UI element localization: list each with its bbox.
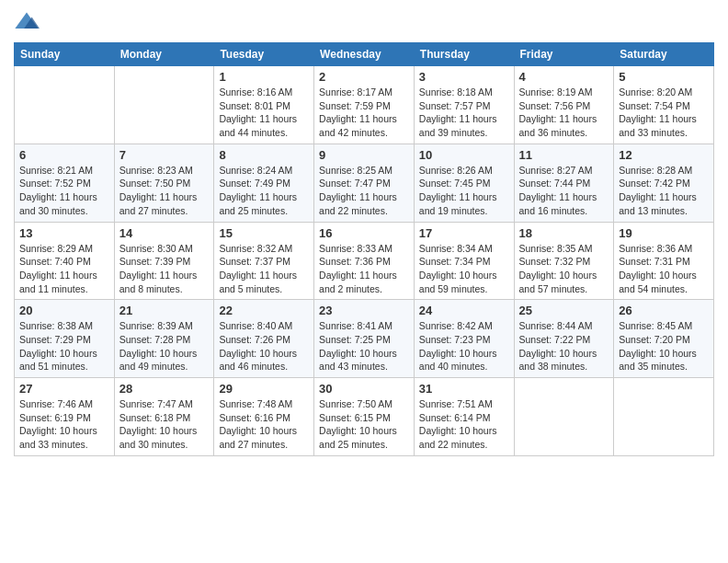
day-header-tuesday: Tuesday [214, 43, 314, 66]
page-header [14, 9, 714, 35]
calendar-cell [514, 378, 614, 456]
day-info: Sunrise: 8:32 AM Sunset: 7:37 PM Dayligh… [219, 242, 309, 296]
day-info: Sunrise: 8:40 AM Sunset: 7:26 PM Dayligh… [219, 319, 309, 373]
calendar-week-3: 13Sunrise: 8:29 AM Sunset: 7:40 PM Dayli… [15, 222, 714, 300]
logo-icon [14, 9, 40, 35]
day-number: 2 [319, 70, 409, 84]
calendar-cell: 2Sunrise: 8:17 AM Sunset: 7:59 PM Daylig… [314, 66, 415, 144]
calendar-cell: 15Sunrise: 8:32 AM Sunset: 7:37 PM Dayli… [214, 222, 314, 300]
calendar-cell: 21Sunrise: 8:39 AM Sunset: 7:28 PM Dayli… [114, 300, 214, 378]
calendar-cell: 24Sunrise: 8:42 AM Sunset: 7:23 PM Dayli… [414, 300, 514, 378]
day-info: Sunrise: 8:17 AM Sunset: 7:59 PM Dayligh… [319, 86, 409, 140]
day-number: 28 [119, 382, 210, 396]
calendar-table: SundayMondayTuesdayWednesdayThursdayFrid… [14, 42, 714, 456]
day-info: Sunrise: 8:34 AM Sunset: 7:34 PM Dayligh… [419, 242, 509, 296]
day-info: Sunrise: 8:16 AM Sunset: 8:01 PM Dayligh… [219, 86, 309, 140]
calendar-cell: 31Sunrise: 7:51 AM Sunset: 6:14 PM Dayli… [414, 378, 514, 456]
day-info: Sunrise: 8:27 AM Sunset: 7:44 PM Dayligh… [519, 164, 609, 218]
calendar-cell: 18Sunrise: 8:35 AM Sunset: 7:32 PM Dayli… [514, 222, 614, 300]
day-info: Sunrise: 8:28 AM Sunset: 7:42 PM Dayligh… [619, 164, 709, 218]
day-number: 16 [319, 226, 409, 240]
calendar-cell: 8Sunrise: 8:24 AM Sunset: 7:49 PM Daylig… [214, 144, 314, 222]
calendar-cell: 28Sunrise: 7:47 AM Sunset: 6:18 PM Dayli… [114, 378, 214, 456]
day-info: Sunrise: 8:45 AM Sunset: 7:20 PM Dayligh… [619, 319, 709, 373]
day-number: 26 [619, 304, 709, 317]
day-header-friday: Friday [514, 43, 614, 66]
day-info: Sunrise: 8:20 AM Sunset: 7:54 PM Dayligh… [619, 86, 709, 140]
calendar-cell: 22Sunrise: 8:40 AM Sunset: 7:26 PM Dayli… [214, 300, 314, 378]
day-header-wednesday: Wednesday [314, 43, 415, 66]
day-info: Sunrise: 7:50 AM Sunset: 6:15 PM Dayligh… [319, 397, 409, 452]
calendar-cell: 23Sunrise: 8:41 AM Sunset: 7:25 PM Dayli… [314, 300, 415, 378]
day-number: 11 [519, 148, 609, 162]
day-number: 10 [419, 148, 509, 162]
day-number: 29 [219, 382, 309, 396]
calendar-cell: 5Sunrise: 8:20 AM Sunset: 7:54 PM Daylig… [614, 66, 714, 144]
day-info: Sunrise: 8:33 AM Sunset: 7:36 PM Dayligh… [319, 242, 409, 296]
calendar-week-2: 6Sunrise: 8:21 AM Sunset: 7:52 PM Daylig… [15, 144, 714, 222]
day-number: 22 [219, 304, 309, 317]
day-number: 1 [219, 70, 309, 84]
day-header-saturday: Saturday [614, 43, 714, 66]
calendar-cell: 25Sunrise: 8:44 AM Sunset: 7:22 PM Dayli… [514, 300, 614, 378]
calendar-cell: 26Sunrise: 8:45 AM Sunset: 7:20 PM Dayli… [614, 300, 714, 378]
calendar-week-1: 1Sunrise: 8:16 AM Sunset: 8:01 PM Daylig… [15, 66, 714, 144]
calendar-cell: 3Sunrise: 8:18 AM Sunset: 7:57 PM Daylig… [414, 66, 514, 144]
calendar-cell [15, 66, 115, 144]
day-info: Sunrise: 8:41 AM Sunset: 7:25 PM Dayligh… [319, 319, 409, 373]
calendar-cell: 10Sunrise: 8:26 AM Sunset: 7:45 PM Dayli… [414, 144, 514, 222]
calendar-cell: 4Sunrise: 8:19 AM Sunset: 7:56 PM Daylig… [514, 66, 614, 144]
calendar-cell: 16Sunrise: 8:33 AM Sunset: 7:36 PM Dayli… [314, 222, 415, 300]
day-info: Sunrise: 7:51 AM Sunset: 6:14 PM Dayligh… [419, 397, 509, 452]
day-number: 7 [119, 148, 210, 162]
day-info: Sunrise: 8:35 AM Sunset: 7:32 PM Dayligh… [519, 242, 609, 296]
calendar-cell: 20Sunrise: 8:38 AM Sunset: 7:29 PM Dayli… [15, 300, 115, 378]
day-number: 15 [219, 226, 309, 240]
calendar-week-4: 20Sunrise: 8:38 AM Sunset: 7:29 PM Dayli… [15, 300, 714, 378]
day-number: 5 [619, 70, 709, 84]
calendar-cell: 14Sunrise: 8:30 AM Sunset: 7:39 PM Dayli… [114, 222, 214, 300]
day-info: Sunrise: 8:29 AM Sunset: 7:40 PM Dayligh… [19, 242, 109, 296]
calendar-week-5: 27Sunrise: 7:46 AM Sunset: 6:19 PM Dayli… [15, 378, 714, 456]
day-number: 12 [619, 148, 709, 162]
day-number: 20 [19, 304, 109, 317]
calendar-cell: 9Sunrise: 8:25 AM Sunset: 7:47 PM Daylig… [314, 144, 415, 222]
calendar-cell [614, 378, 714, 456]
day-header-monday: Monday [114, 43, 214, 66]
day-info: Sunrise: 8:25 AM Sunset: 7:47 PM Dayligh… [319, 164, 409, 218]
day-info: Sunrise: 8:24 AM Sunset: 7:49 PM Dayligh… [219, 164, 309, 218]
day-number: 17 [419, 226, 509, 240]
day-header-sunday: Sunday [15, 43, 115, 66]
day-number: 23 [319, 304, 409, 317]
day-number: 4 [519, 70, 609, 84]
day-number: 3 [419, 70, 509, 84]
day-info: Sunrise: 8:26 AM Sunset: 7:45 PM Dayligh… [419, 164, 509, 218]
day-number: 27 [19, 382, 109, 396]
day-info: Sunrise: 8:21 AM Sunset: 7:52 PM Dayligh… [19, 164, 109, 218]
day-number: 25 [519, 304, 609, 317]
calendar-cell: 30Sunrise: 7:50 AM Sunset: 6:15 PM Dayli… [314, 378, 415, 456]
day-info: Sunrise: 8:44 AM Sunset: 7:22 PM Dayligh… [519, 319, 609, 373]
day-info: Sunrise: 8:19 AM Sunset: 7:56 PM Dayligh… [519, 86, 609, 140]
day-info: Sunrise: 8:30 AM Sunset: 7:39 PM Dayligh… [119, 242, 210, 296]
calendar-cell: 1Sunrise: 8:16 AM Sunset: 8:01 PM Daylig… [214, 66, 314, 144]
day-info: Sunrise: 7:48 AM Sunset: 6:16 PM Dayligh… [219, 397, 309, 452]
day-header-thursday: Thursday [414, 43, 514, 66]
day-info: Sunrise: 8:39 AM Sunset: 7:28 PM Dayligh… [119, 319, 210, 373]
day-number: 30 [319, 382, 409, 396]
calendar-cell: 13Sunrise: 8:29 AM Sunset: 7:40 PM Dayli… [15, 222, 115, 300]
day-number: 21 [119, 304, 210, 317]
calendar-cell: 6Sunrise: 8:21 AM Sunset: 7:52 PM Daylig… [15, 144, 115, 222]
day-info: Sunrise: 8:23 AM Sunset: 7:50 PM Dayligh… [119, 164, 210, 218]
calendar-cell: 12Sunrise: 8:28 AM Sunset: 7:42 PM Dayli… [614, 144, 714, 222]
day-number: 9 [319, 148, 409, 162]
day-number: 8 [219, 148, 309, 162]
calendar-cell: 17Sunrise: 8:34 AM Sunset: 7:34 PM Dayli… [414, 222, 514, 300]
calendar-cell: 11Sunrise: 8:27 AM Sunset: 7:44 PM Dayli… [514, 144, 614, 222]
day-number: 18 [519, 226, 609, 240]
calendar-cell: 7Sunrise: 8:23 AM Sunset: 7:50 PM Daylig… [114, 144, 214, 222]
calendar-cell: 29Sunrise: 7:48 AM Sunset: 6:16 PM Dayli… [214, 378, 314, 456]
day-number: 19 [619, 226, 709, 240]
day-number: 6 [19, 148, 109, 162]
day-info: Sunrise: 8:18 AM Sunset: 7:57 PM Dayligh… [419, 86, 509, 140]
